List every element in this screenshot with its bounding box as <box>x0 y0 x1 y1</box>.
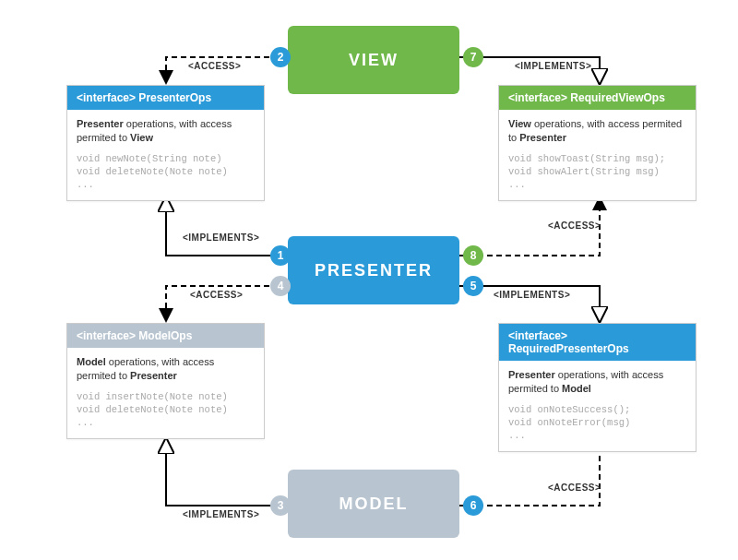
required-view-ops-box: <interface> RequiredViewOps View operati… <box>498 85 696 201</box>
view-box: VIEW <box>288 26 459 94</box>
required-view-ops-code: void showToast(String msg); void showAle… <box>499 149 696 201</box>
presenter-ops-code: void newNote(String note) void deleteNot… <box>67 149 264 201</box>
required-presenter-ops-body: Presenter operations, with access permit… <box>499 361 696 399</box>
lbl-access-8: <ACCESS> <box>548 220 601 231</box>
badge-5: 5 <box>463 276 483 296</box>
badge-1: 1 <box>270 245 291 266</box>
lbl-implements-5: <IMPLEMENTS> <box>494 290 570 300</box>
required-view-ops-body: View operations, with access permited to… <box>499 110 696 149</box>
model-ops-head: <interface> ModelOps <box>67 324 264 348</box>
lbl-implements-1: <IMPLEMENTS> <box>183 232 259 243</box>
badge-4: 4 <box>270 276 291 296</box>
lbl-access-6: <ACCESS> <box>548 483 601 493</box>
presenter-ops-box: <interface> PresenterOps Presenter opera… <box>66 85 265 201</box>
model-ops-box: <interface> ModelOps Model operations, w… <box>66 323 265 439</box>
required-presenter-ops-code: void onNoteSuccess(); void onNoteError(m… <box>499 399 696 452</box>
lbl-implements-3: <IMPLEMENTS> <box>183 509 259 519</box>
required-presenter-ops-box: <interface> RequiredPresenterOps Present… <box>498 323 696 452</box>
badge-7: 7 <box>463 47 483 67</box>
model-ops-code: void insertNote(Note note) void deleteNo… <box>67 387 264 439</box>
badge-3: 3 <box>270 495 291 516</box>
presenter-box: PRESENTER <box>288 236 459 304</box>
presenter-ops-head: <interface> PresenterOps <box>67 86 264 110</box>
badge-2: 2 <box>270 47 291 67</box>
badge-8: 8 <box>463 245 483 266</box>
model-ops-body: Model operations, with access permited t… <box>67 348 264 387</box>
required-view-ops-head: <interface> RequiredViewOps <box>499 86 696 110</box>
required-presenter-ops-head: <interface> RequiredPresenterOps <box>499 324 696 361</box>
model-box: MODEL <box>288 470 459 538</box>
lbl-access-4: <ACCESS> <box>190 290 243 300</box>
lbl-access-2: <ACCESS> <box>188 61 241 71</box>
presenter-ops-body: Presenter operations, with access permit… <box>67 110 264 149</box>
lbl-implements-7: <IMPLEMENTS> <box>515 61 591 71</box>
badge-6: 6 <box>463 495 483 516</box>
